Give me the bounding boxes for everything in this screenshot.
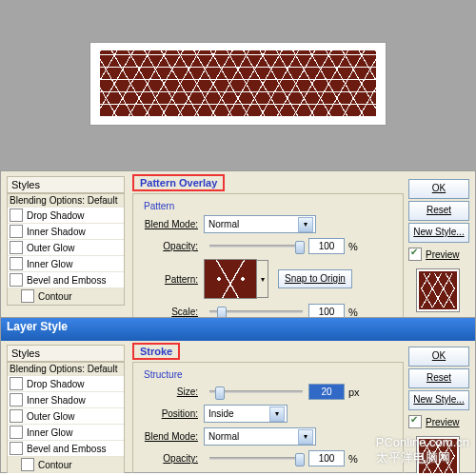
settings-panel: Pattern Overlay Pattern Blend Mode: Norm… — [132, 174, 404, 313]
effect-drop-shadow[interactable]: Drop Shadow — [8, 376, 124, 392]
unit-label: % — [348, 241, 358, 252]
ok-button[interactable]: OK — [408, 179, 469, 199]
opacity-input[interactable]: 100 — [308, 450, 345, 466]
effect-inner-shadow[interactable]: Inner Shadow — [8, 392, 124, 408]
pattern-label: Pattern: — [141, 274, 198, 285]
fieldset-title: Structure — [141, 369, 186, 380]
size-label: Size: — [141, 387, 198, 397]
effect-contour[interactable]: Contour — [8, 288, 124, 305]
effect-inner-glow[interactable]: Inner Glow — [8, 425, 124, 441]
tab-stroke[interactable]: Stroke — [132, 343, 180, 360]
button-column: OK Reset New Style... Preview — [408, 179, 469, 312]
new-style-button[interactable]: New Style... — [408, 223, 469, 243]
effects-list: Blending Options: Default Drop Shadow In… — [7, 362, 125, 473]
effect-outer-glow[interactable]: Outer Glow — [8, 408, 124, 425]
checkbox[interactable] — [10, 273, 23, 287]
effect-contour[interactable]: Contour — [8, 457, 124, 473]
styles-panel: Styles Blending Options: Default Drop Sh… — [7, 345, 125, 473]
new-style-button[interactable]: New Style... — [408, 390, 469, 410]
layer-style-dialog-stroke: Layer Style Styles Blending Options: Def… — [0, 317, 476, 473]
checkbox[interactable] — [408, 415, 422, 428]
effect-bevel-emboss[interactable]: Bevel and Emboss — [8, 272, 124, 288]
hex-icon — [419, 271, 457, 309]
preview-checkbox-row[interactable]: Preview — [408, 415, 469, 428]
hex-pattern-strip — [100, 50, 376, 117]
effects-list: Blending Options: Default Drop Shadow In… — [7, 193, 125, 306]
blending-options-row[interactable]: Blending Options: Default — [8, 194, 124, 208]
blend-mode-select[interactable]: Normal▾ — [204, 215, 316, 233]
checkbox[interactable] — [10, 377, 23, 390]
opacity-label: Opacity: — [141, 453, 198, 464]
blend-mode-select[interactable]: Normal▾ — [204, 427, 316, 446]
position-label: Position: — [141, 408, 198, 419]
unit-label: % — [348, 307, 358, 318]
pattern-swatch[interactable] — [204, 259, 257, 299]
styles-header[interactable]: Styles — [7, 345, 125, 362]
checkbox[interactable] — [408, 248, 422, 261]
checkbox[interactable] — [21, 458, 34, 471]
effect-outer-glow[interactable]: Outer Glow — [8, 240, 124, 256]
checkbox[interactable] — [10, 442, 23, 455]
blend-mode-label: Blend Mode: — [141, 431, 198, 442]
blending-options-row[interactable]: Blending Options: Default — [8, 363, 124, 376]
fieldset-title: Pattern — [141, 201, 177, 211]
reset-button[interactable]: Reset — [408, 368, 469, 388]
blend-mode-label: Blend Mode: — [141, 219, 198, 229]
opacity-label: Opacity: — [141, 241, 198, 251]
canvas-preview — [0, 0, 476, 167]
position-select[interactable]: Inside▾ — [204, 405, 288, 423]
settings-panel: Stroke Structure Size: 20 px Position: I… — [132, 343, 404, 468]
opacity-slider[interactable] — [209, 245, 303, 248]
checkbox[interactable] — [10, 409, 23, 423]
effect-bevel-emboss[interactable]: Bevel and Emboss — [8, 441, 124, 457]
chevron-down-icon: ▾ — [269, 407, 285, 422]
effect-inner-glow[interactable]: Inner Glow — [8, 256, 124, 272]
pattern-picker-dropdown[interactable]: ▾ — [257, 260, 268, 298]
scale-label: Scale: — [141, 307, 198, 317]
effect-drop-shadow[interactable]: Drop Shadow — [8, 208, 124, 224]
checkbox[interactable] — [10, 393, 23, 407]
checkbox[interactable] — [10, 208, 23, 222]
tab-pattern-overlay[interactable]: Pattern Overlay — [132, 174, 225, 191]
checkbox[interactable] — [10, 241, 23, 254]
styles-header[interactable]: Styles — [7, 176, 125, 193]
effect-inner-shadow[interactable]: Inner Shadow — [8, 224, 124, 240]
reset-button[interactable]: Reset — [408, 201, 469, 221]
scale-slider[interactable] — [209, 310, 303, 313]
checkbox[interactable] — [10, 426, 23, 439]
chevron-down-icon: ▾ — [298, 429, 313, 445]
structure-fieldset: Structure Size: 20 px Position: Inside▾ … — [132, 362, 404, 473]
unit-label: px — [348, 387, 360, 398]
unit-label: % — [348, 453, 358, 465]
chevron-down-icon: ▾ — [298, 217, 313, 232]
slider-thumb[interactable] — [295, 453, 305, 466]
watermark: PConline.com.cn 太平洋电脑网 — [376, 435, 469, 466]
snap-to-origin-button[interactable]: Snap to Origin — [278, 269, 352, 288]
size-input[interactable]: 20 — [308, 384, 345, 400]
checkbox[interactable] — [10, 257, 23, 270]
layer-style-dialog-pattern: Styles Blending Options: Default Drop Sh… — [0, 170, 476, 317]
styles-panel: Styles Blending Options: Default Drop Sh… — [7, 176, 125, 306]
opacity-input[interactable]: 100 — [308, 238, 345, 254]
ok-button[interactable]: OK — [408, 347, 469, 367]
checkbox[interactable] — [21, 289, 34, 303]
titlebar[interactable]: Layer Style — [1, 318, 475, 341]
preview-checkbox-row[interactable]: Preview — [408, 248, 469, 261]
preview-swatch — [416, 268, 460, 312]
preview-frame — [89, 42, 387, 126]
opacity-slider[interactable] — [209, 457, 303, 460]
slider-thumb[interactable] — [215, 387, 225, 400]
size-slider[interactable] — [209, 390, 303, 393]
slider-thumb[interactable] — [295, 241, 305, 254]
checkbox[interactable] — [10, 225, 23, 238]
